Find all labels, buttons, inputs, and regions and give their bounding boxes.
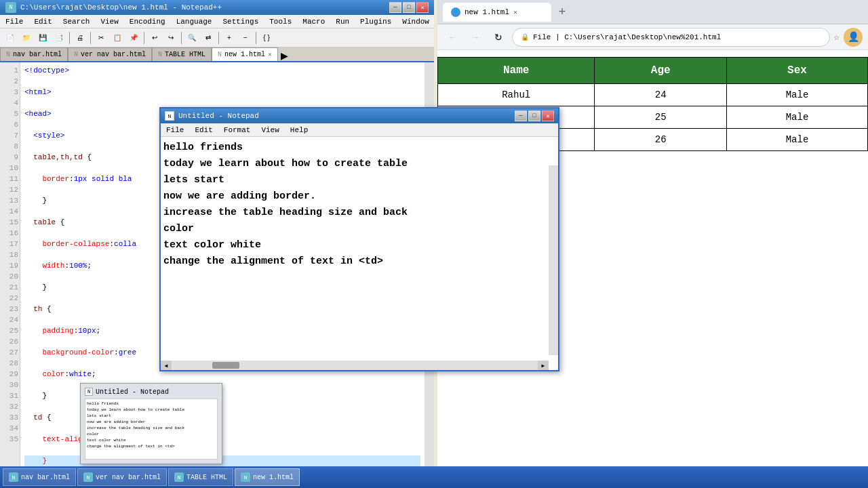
menu-search[interactable]: Search xyxy=(58,16,96,27)
notepad-close-btn[interactable]: ✕ xyxy=(542,110,554,121)
new-tab-button[interactable]: + xyxy=(554,4,570,20)
toolbar-cut[interactable]: ✂ xyxy=(94,30,108,45)
toolbar-redo[interactable]: ↪ xyxy=(163,30,178,45)
th-sex: Sex xyxy=(727,58,868,84)
forward-button[interactable]: → xyxy=(466,28,485,47)
th-age: Age xyxy=(595,58,727,84)
lock-icon: 🔒 xyxy=(521,33,529,41)
menu-settings[interactable]: Settings xyxy=(217,16,264,27)
taskbar-label-vernavbar: ver nav bar.html xyxy=(96,474,161,481)
taskbar-btn-tablehtml[interactable]: N TABLE HTML xyxy=(168,468,233,486)
hscroll-left[interactable]: ◀ xyxy=(161,361,172,370)
toolbar-zoomin[interactable]: + xyxy=(222,30,237,45)
npp-title: C:\Users\rajat\Desktop\new 1.html - Note… xyxy=(20,3,222,12)
taskbar-label-navbar: nav bar.html xyxy=(21,474,70,481)
td-sex-2: Male xyxy=(727,106,868,129)
npp-tabbar: N nav bar.html N ver nav bar.html N TABL… xyxy=(0,47,434,62)
taskbar-btn-navbar[interactable]: N nav bar.html xyxy=(3,468,76,486)
profile-avatar[interactable]: 👤 xyxy=(844,28,863,47)
th-name: Name xyxy=(438,58,595,84)
notepad-editor-area: hello friends today we learn about how t… xyxy=(161,137,558,370)
browser-tab-icon: 🌐 xyxy=(451,7,460,17)
notepad-menu-file[interactable]: File xyxy=(161,125,189,136)
menu-macro[interactable]: Macro xyxy=(297,16,330,27)
notepad-window: N Untitled - Notepad ─ □ ✕ File Edit For… xyxy=(159,107,559,371)
toolbar-paste[interactable]: 📌 xyxy=(126,30,141,45)
toolbar-find[interactable]: 🔍 xyxy=(184,30,199,45)
menu-edit[interactable]: Edit xyxy=(28,16,57,27)
notepad-minimize-btn[interactable]: ─ xyxy=(515,110,527,121)
menu-plugins[interactable]: Plugins xyxy=(355,16,397,27)
toolbar-sep-2 xyxy=(90,32,91,44)
toolbar-open[interactable]: 📁 xyxy=(19,30,34,45)
toolbar-copy[interactable]: 📋 xyxy=(110,30,125,45)
notepad-hscrollbar[interactable]: ◀ ▶ xyxy=(161,361,549,370)
menu-file[interactable]: File xyxy=(0,16,28,27)
address-bar[interactable]: 🔒 File | C:\Users\rajat\Desktop\new%201.… xyxy=(512,28,830,47)
toolbar-syntax[interactable]: { } xyxy=(259,30,274,45)
menu-view[interactable]: View xyxy=(95,16,123,27)
table-header-row: Name Age Sex xyxy=(438,58,868,84)
menu-tools[interactable]: Tools xyxy=(264,16,297,27)
menu-language[interactable]: Language xyxy=(171,16,218,27)
thumbnail-title-text: Untitled - Notepad xyxy=(96,388,169,396)
notepad-menu-format[interactable]: Format xyxy=(218,125,256,136)
hscroll-thumb[interactable] xyxy=(212,362,239,369)
menu-run[interactable]: Run xyxy=(330,16,355,27)
tab-new1html-icon: N xyxy=(218,51,222,58)
tab-tablehtml[interactable]: N TABLE HTML xyxy=(152,47,212,61)
toolbar-replace[interactable]: ⇄ xyxy=(201,30,216,45)
taskbar-btn-vernavbar[interactable]: N ver nav bar.html xyxy=(77,468,167,486)
tab-tablehtml-icon: N xyxy=(158,51,162,58)
back-button[interactable]: ← xyxy=(443,28,462,47)
hscroll-right[interactable]: ▶ xyxy=(538,361,549,370)
address-text: File | C:\Users\rajat\Desktop\new%201.ht… xyxy=(533,33,821,41)
td-age-3: 26 xyxy=(595,129,727,151)
td-name-1: Rahul xyxy=(438,84,595,106)
tab-new1html[interactable]: N new 1.html ✕ xyxy=(212,47,277,61)
toolbar-save[interactable]: 💾 xyxy=(35,30,50,45)
taskbar-thumbnail: N Untitled - Notepad hello friends today… xyxy=(80,383,222,464)
tab-new1html-label: new 1.html xyxy=(224,51,265,58)
tab-navbar[interactable]: N nav bar.html xyxy=(0,47,68,61)
notepad-menu-edit[interactable]: Edit xyxy=(189,125,218,136)
td-sex-1: Male xyxy=(727,84,868,106)
toolbar-new[interactable]: 📄 xyxy=(3,30,18,45)
menu-encoding[interactable]: Encoding xyxy=(124,16,171,27)
browser-tab-close[interactable]: ✕ xyxy=(513,8,517,16)
tab-vernavbar-label: ver nav bar.html xyxy=(81,51,146,58)
toolbar-zoomout[interactable]: − xyxy=(238,30,253,45)
notepad-vscrollbar[interactable] xyxy=(549,165,558,355)
notepad-maximize-btn[interactable]: □ xyxy=(528,110,540,121)
tab-vernavbar[interactable]: N ver nav bar.html xyxy=(68,47,152,61)
toolbar-sep-5 xyxy=(218,32,219,44)
toolbar-saveall[interactable]: 📑 xyxy=(52,30,66,45)
td-age-1: 24 xyxy=(595,84,727,106)
toolbar-sep-4 xyxy=(181,32,182,44)
tab-navbar-label: nav bar.html xyxy=(13,51,62,58)
refresh-button[interactable]: ↻ xyxy=(489,28,508,47)
notepad-menubar: File Edit Format View Help xyxy=(161,123,558,137)
menu-window[interactable]: Window xyxy=(397,16,435,27)
tab-new1html-close[interactable]: ✕ xyxy=(268,51,271,58)
browser-navbar: ← → ↻ 🔒 File | C:\Users\rajat\Desktop\ne… xyxy=(437,24,868,50)
notepad-icon: N xyxy=(165,111,174,121)
npp-title-left: N C:\Users\rajat\Desktop\new 1.html - No… xyxy=(5,2,222,13)
tab-tablehtml-label: TABLE HTML xyxy=(165,51,205,58)
notepad-textarea[interactable]: hello friends today we learn about how t… xyxy=(161,137,549,361)
notepad-menu-help[interactable]: Help xyxy=(285,125,313,136)
notepad-menu-view[interactable]: View xyxy=(256,125,284,136)
npp-minimize-btn[interactable]: ─ xyxy=(389,2,401,13)
npp-maximize-btn[interactable]: □ xyxy=(403,2,415,13)
toolbar-sep-1 xyxy=(69,32,70,44)
taskbar-btn-new1html[interactable]: N new 1.html xyxy=(235,468,300,486)
toolbar-undo[interactable]: ↩ xyxy=(147,30,162,45)
notepad-title-left: N Untitled - Notepad xyxy=(165,111,259,121)
npp-titlebar: N C:\Users\rajat\Desktop\new 1.html - No… xyxy=(0,0,434,15)
toolbar-print[interactable]: 🖨 xyxy=(73,30,87,45)
npp-close-btn[interactable]: ✕ xyxy=(416,2,429,13)
tab-scroll-right[interactable]: ▶ xyxy=(278,50,291,61)
notepad-window-controls: ─ □ ✕ xyxy=(515,110,554,121)
bookmark-star[interactable]: ☆ xyxy=(834,31,840,43)
browser-tab-active[interactable]: 🌐 new 1.html ✕ xyxy=(443,3,551,22)
